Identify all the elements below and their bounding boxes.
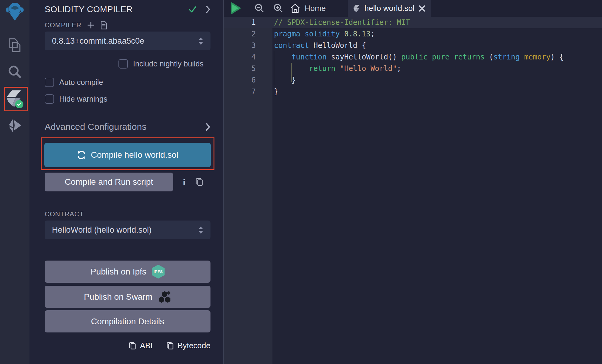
line-number: 7 [224,86,256,97]
copy-icon [128,341,136,350]
code-text: contract HelloWorld { [256,40,366,51]
line-number: 4 [224,51,256,63]
compile-run-row: Compile and Run script i [45,173,210,191]
select-updown-icon [198,38,203,45]
editor-topbar: Home hello world.sol [224,0,602,17]
code-line: 6 } [224,74,602,86]
code-line: 5 return "Hello World"; [224,63,602,74]
plus-icon[interactable] [87,21,95,29]
contract-section-label: CONTRACT [45,210,84,218]
compilation-details-button[interactable]: Compilation Details [45,310,210,332]
line-number: 5 [224,63,256,74]
contract-section-header: CONTRACT [45,210,210,219]
publish-ipfs-button[interactable]: Publish on Ipfs IPFS [45,261,210,283]
compiler-section-label: COMPILER [45,21,81,29]
line-number: 1 [224,17,256,28]
close-icon[interactable] [419,5,425,12]
compile-and-run-button[interactable]: Compile and Run script [45,173,173,191]
chevron-right-icon [205,123,210,131]
ipfs-icon: IPFS [152,265,165,279]
code-line: 1// SPDX-License-Identifier: MIT [224,17,602,28]
tab-hello-world-sol[interactable]: hello world.sol [348,0,431,17]
nightly-builds-checkbox[interactable] [118,59,128,69]
publish-ipfs-label: Publish on Ipfs [91,267,146,277]
contract-select[interactable]: HelloWorld (hello world.sol) [45,221,210,239]
solidity-file-icon [354,5,360,12]
tab-home[interactable]: Home [290,0,326,17]
icon-sidebar [0,0,30,364]
hide-warnings-checkbox[interactable] [45,94,54,104]
remix-logo-icon[interactable] [0,2,29,22]
deploy-run-icon[interactable] [0,118,29,133]
line-number: 2 [224,28,256,40]
advanced-configurations-toggle[interactable]: Advanced Configurations [45,121,210,133]
tab-file-label: hello world.sol [364,4,415,13]
play-icon[interactable] [230,2,241,14]
line-number: 3 [224,40,256,51]
compilation-details-label: Compilation Details [91,317,164,326]
code-text: } [256,74,296,86]
remix-ide-window: SOLIDITY COMPILER COMPILER 0.8.13+commit… [0,0,602,364]
bytecode-label: Bytecode [178,341,210,350]
hide-warnings-label: Hide warnings [59,95,107,103]
line-number: 6 [224,74,256,86]
code-text: } [256,86,278,97]
home-icon [290,3,300,14]
copy-bytecode-button[interactable]: Bytecode [166,341,210,350]
red-highlight-box-compile: Compile hello world.sol [41,137,214,170]
abi-bytecode-row: ABI Bytecode [45,341,210,350]
document-icon[interactable] [100,21,108,29]
compiler-success-badge-icon [15,100,23,108]
copy-abi-button[interactable]: ABI [128,341,153,350]
search-icon[interactable] [0,64,29,79]
auto-compile-checkbox[interactable] [45,78,54,87]
chevron-right-icon[interactable] [206,5,210,13]
code-text: function sayHelloWorld() public pure ret… [256,51,564,63]
panel-header: SOLIDITY COMPILER [45,3,210,16]
compiler-section-header: COMPILER [45,21,210,30]
compile-button[interactable]: Compile hello world.sol [44,143,211,167]
compile-and-run-label: Compile and Run script [65,177,153,187]
code-line: 4 function sayHelloWorld() public pure r… [224,51,602,63]
file-explorer-icon[interactable] [0,38,29,53]
red-highlight-box-compiler [4,87,28,111]
contract-select-value: HelloWorld (hello world.sol) [52,225,198,235]
ipfs-icon-text: IPFS [153,269,163,274]
abi-label: ABI [140,341,153,350]
refresh-icon [77,150,86,160]
copy-icon [166,341,174,350]
swarm-icon [158,290,171,304]
auto-compile-label: Auto compile [59,78,103,87]
publish-swarm-label: Publish on Swarm [84,292,152,302]
code-line: 2pragma solidity 0.8.13; [224,28,602,40]
advanced-configurations-label: Advanced Configurations [45,122,205,132]
code-lines: 1// SPDX-License-Identifier: MIT2pragma … [224,17,602,97]
copy-icon[interactable] [195,177,204,187]
nightly-builds-row: Include nightly builds [118,58,210,69]
code-text: // SPDX-License-Identifier: MIT [256,17,410,28]
tab-home-label: Home [305,4,326,13]
code-editor[interactable]: 1// SPDX-License-Identifier: MIT2pragma … [224,17,602,364]
compiler-version-select[interactable]: 0.8.13+commit.abaa5c0e [45,32,210,50]
nightly-builds-label: Include nightly builds [133,59,204,68]
solidity-compiler-panel: SOLIDITY COMPILER COMPILER 0.8.13+commit… [29,0,223,364]
compile-button-label: Compile hello world.sol [91,150,178,160]
hide-warnings-row: Hide warnings [45,93,210,104]
select-updown-icon [198,227,203,234]
code-text: return "Hello World"; [256,63,401,74]
panel-title: SOLIDITY COMPILER [45,5,189,14]
publish-swarm-button[interactable]: Publish on Swarm [45,286,210,308]
info-icon[interactable]: i [183,177,185,187]
code-line: 3contract HelloWorld { [224,40,602,51]
compiler-version-value: 0.8.13+commit.abaa5c0e [52,36,198,46]
success-check-icon [189,6,197,13]
code-line: 7} [224,86,602,97]
editor-area: Home hello world.sol [223,0,602,364]
zoom-out-icon[interactable] [254,3,265,13]
code-text: pragma solidity 0.8.13; [256,28,375,40]
zoom-in-icon[interactable] [273,3,283,13]
auto-compile-row: Auto compile [45,77,210,88]
